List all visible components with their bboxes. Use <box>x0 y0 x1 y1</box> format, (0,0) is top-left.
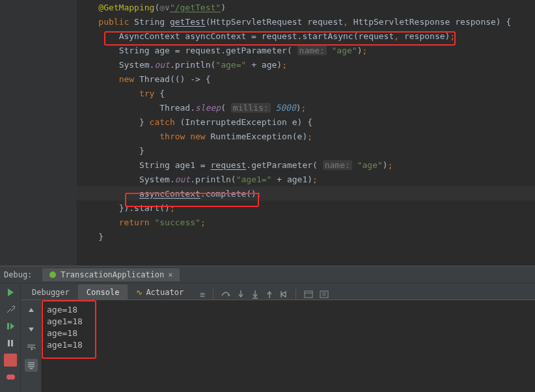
run-config-tab[interactable]: TranscationApplication × <box>42 268 179 281</box>
code-content[interactable]: AsyncContext asyncContext = request.star… <box>77 31 455 41</box>
code-content[interactable]: asyncContext.complete(); <box>77 189 262 199</box>
scroll-up-icon[interactable] <box>25 304 38 317</box>
code-line[interactable]: 85⊟ } catch (InterruptedException e) { <box>0 115 535 129</box>
code-content[interactable]: return "success"; <box>77 217 206 227</box>
show-exec-point-icon[interactable]: ≡ <box>200 290 205 300</box>
code-line[interactable]: 91⊟ }).start(); <box>0 201 535 215</box>
code-content[interactable]: Thread.sleep( millis: 5000); <box>77 103 306 113</box>
svg-point-0 <box>49 272 56 278</box>
console-gutter-toolbar <box>21 300 42 392</box>
code-content[interactable]: public String getTest(HttpServletRequest… <box>77 17 511 27</box>
spring-icon <box>49 271 57 279</box>
code-line[interactable]: 89 System.out.println("age1=" + age1); <box>0 172 535 186</box>
code-content[interactable]: @GetMapping(◎∨"/getTest") <box>77 3 226 12</box>
code-content[interactable]: }).start(); <box>77 203 175 213</box>
scroll-down-icon[interactable] <box>25 322 38 335</box>
run-to-cursor-icon[interactable] <box>280 290 288 299</box>
code-line[interactable]: 78▸@⊟ public String getTest(HttpServletR… <box>0 14 535 29</box>
code-line[interactable]: 86 throw new RuntimeException(e); <box>0 129 535 143</box>
code-content[interactable]: new Thread(() -> { <box>77 74 211 84</box>
code-line[interactable]: 87⊟ } <box>0 143 535 158</box>
tab-actuator[interactable]: ∿ Actuator <box>128 285 192 300</box>
trace-icon[interactable] <box>320 290 329 298</box>
code-line[interactable]: 93⊟ } <box>0 229 535 244</box>
svg-point-6 <box>10 374 15 380</box>
pause-icon[interactable] <box>4 337 17 350</box>
step-into-icon[interactable] <box>237 290 245 299</box>
console-output[interactable]: age=18age1=18age=18age1=18 <box>42 300 535 392</box>
run-config-name: TranscationApplication <box>61 270 164 279</box>
code-line[interactable]: 79 AsyncContext asyncContext = request.s… <box>0 29 535 43</box>
step-out-icon[interactable] <box>266 290 273 299</box>
code-line[interactable]: 84 Thread.sleep( millis: 5000); <box>0 100 535 115</box>
scroll-to-end-icon[interactable] <box>25 359 38 372</box>
code-content[interactable]: System.out.println("age1=" + age1); <box>77 175 318 184</box>
soft-wrap-icon[interactable] <box>25 341 38 354</box>
svg-rect-13 <box>320 291 328 298</box>
code-line[interactable]: 82⊟ new Thread(() -> { <box>0 72 535 86</box>
force-step-into-icon[interactable] <box>251 290 259 299</box>
code-content[interactable]: } <box>77 146 144 156</box>
toolwindow-left-toolbar <box>0 283 21 392</box>
view-breakpoints-icon[interactable] <box>4 371 17 384</box>
code-content[interactable]: throw new RuntimeException(e); <box>77 132 312 141</box>
svg-rect-3 <box>11 340 13 346</box>
toolwindow-tabs: Debugger Console ∿ Actuator ≡ <box>21 283 535 300</box>
console-line: age1=18 <box>44 339 532 351</box>
console-line: age1=18 <box>44 316 532 328</box>
svg-rect-1 <box>7 323 9 329</box>
code-line[interactable]: 92 return "success"; <box>0 215 535 229</box>
code-content[interactable]: String age = request.getParameter( name:… <box>77 46 367 55</box>
close-icon[interactable]: × <box>168 270 172 279</box>
step-over-icon[interactable] <box>221 290 230 298</box>
svg-rect-2 <box>8 340 10 346</box>
code-line[interactable]: 83⊟ try { <box>0 86 535 100</box>
tools-icon[interactable] <box>4 303 17 316</box>
editor-gutter <box>0 0 77 266</box>
code-line[interactable]: 80 String age = request.getParameter( na… <box>0 43 535 57</box>
resume-icon[interactable] <box>4 320 17 333</box>
tab-console[interactable]: Console <box>78 285 128 300</box>
console-line: age=18 <box>44 304 532 316</box>
stop-icon[interactable] <box>4 354 17 367</box>
code-line[interactable]: 77 @GetMapping(◎∨"/getTest") <box>0 0 535 14</box>
code-content[interactable]: } catch (InterruptedException e) { <box>77 117 312 127</box>
code-content[interactable]: } <box>77 232 103 242</box>
code-content[interactable]: System.out.println("age=" + age); <box>77 60 287 70</box>
toolwindow-header: Debug: TranscationApplication × <box>0 266 535 283</box>
code-content[interactable]: String age1 = request.getParameter( name… <box>77 160 392 170</box>
debug-step-toolbar: ≡ <box>200 289 329 300</box>
code-editor[interactable]: 77 @GetMapping(◎∨"/getTest")78▸@⊟ public… <box>0 0 535 266</box>
tab-debugger[interactable]: Debugger <box>23 285 78 300</box>
svg-rect-11 <box>305 291 312 298</box>
code-line[interactable]: 88 String age1 = request.getParameter( n… <box>0 158 535 172</box>
svg-rect-4 <box>7 356 14 364</box>
code-content[interactable]: try { <box>77 89 165 98</box>
evaluate-icon[interactable] <box>304 290 313 298</box>
console-line: age=18 <box>44 328 532 339</box>
code-line[interactable]: 90 asyncContext.complete(); <box>0 186 535 201</box>
actuator-icon: ∿ <box>136 288 143 297</box>
debug-toolwindow: Debug: TranscationApplication × Debugger… <box>0 266 535 392</box>
rerun-icon[interactable] <box>4 286 17 299</box>
toolwindow-title: Debug: <box>4 270 32 279</box>
code-line[interactable]: 81 System.out.println("age=" + age); <box>0 57 535 72</box>
